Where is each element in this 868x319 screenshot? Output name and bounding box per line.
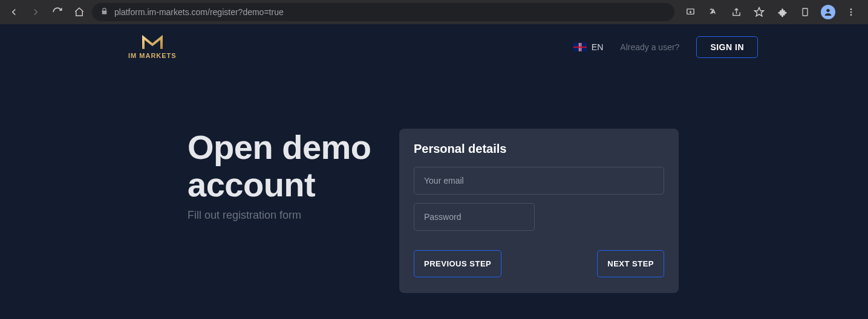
svg-point-4 [850,8,852,10]
url-path: /register?demo=true [207,7,284,17]
logo-text: IM MARKETS [128,52,177,59]
header-right: EN Already a user? SIGN IN [573,36,758,58]
address-bar[interactable]: platform.im-markets.com/register?demo=tr… [92,3,674,21]
signin-button[interactable]: SIGN IN [696,36,758,58]
svg-rect-2 [803,8,808,16]
svg-point-5 [850,11,852,13]
page-subtitle: Fill out registration form [188,209,381,222]
already-user-text: Already a user? [620,42,679,52]
page-title: Open demo account [188,129,381,203]
site-header: IM MARKETS EN Already a user? SIGN IN [0,24,868,59]
install-icon[interactable] [682,4,699,21]
back-button[interactable] [5,3,23,21]
bookmark-star-icon[interactable] [751,4,768,21]
main-content: Open demo account Fill out registration … [0,59,868,293]
uk-flag-icon [573,43,587,51]
logo[interactable]: IM MARKETS [128,35,177,59]
previous-step-button[interactable]: PREVIOUS STEP [414,250,501,277]
left-column: Open demo account Fill out registration … [188,129,381,293]
page: IM MARKETS EN Already a user? SIGN IN Op… [0,24,868,319]
password-field[interactable] [414,203,535,231]
form-buttons: PREVIOUS STEP NEXT STEP [414,250,664,277]
url-host: platform.im-markets.com [114,7,207,17]
profile-avatar[interactable] [820,4,837,21]
kebab-menu-icon[interactable] [843,4,860,21]
svg-point-3 [826,9,829,12]
url-text: platform.im-markets.com/register?demo=tr… [114,7,284,17]
device-icon[interactable] [797,4,814,21]
toolbar-right [678,4,863,21]
email-field[interactable] [414,167,664,195]
next-step-button[interactable]: NEXT STEP [597,250,664,277]
forward-button[interactable] [27,3,45,21]
translate-icon[interactable] [705,4,722,21]
logo-icon [142,35,163,51]
home-button[interactable] [70,3,88,21]
reload-button[interactable] [48,3,67,21]
share-icon[interactable] [728,4,745,21]
language-label: EN [592,42,603,52]
lock-icon [100,7,108,17]
language-selector[interactable]: EN [573,42,603,52]
browser-chrome: platform.im-markets.com/register?demo=tr… [0,0,868,24]
svg-marker-1 [755,8,764,16]
extensions-icon[interactable] [774,4,791,21]
form-card: Personal details PREVIOUS STEP NEXT STEP [399,129,679,293]
svg-point-6 [850,14,852,16]
form-section-title: Personal details [414,142,664,156]
